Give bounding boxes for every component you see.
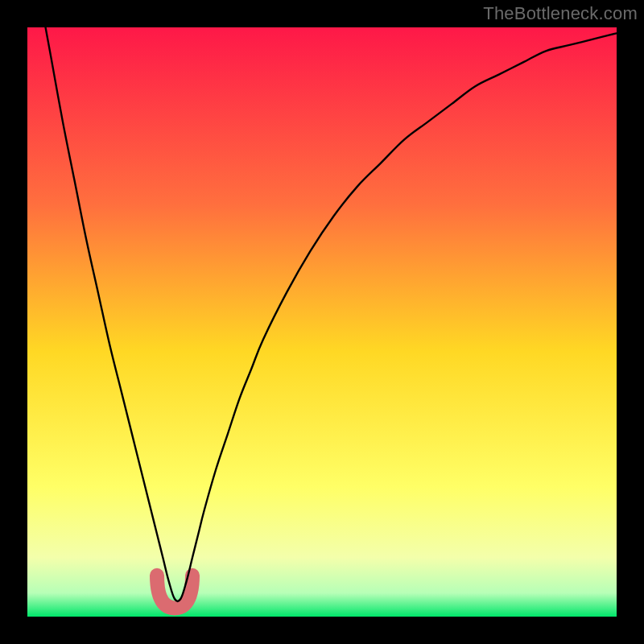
watermark-label: TheBottleneck.com [483, 3, 638, 24]
plot-area [27, 27, 617, 617]
gradient-background [27, 27, 617, 617]
chart-svg [27, 27, 617, 617]
chart-frame: TheBottleneck.com [0, 0, 644, 644]
